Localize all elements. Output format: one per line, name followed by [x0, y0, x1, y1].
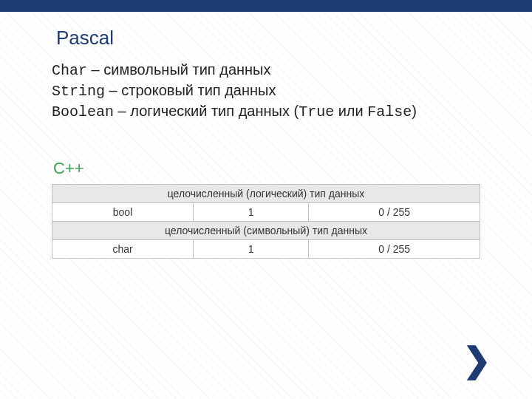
- type-desc: – символьный тип данных: [87, 61, 270, 78]
- section-title: целочисленный (символьный) тип данных: [52, 222, 480, 240]
- next-slide-icon[interactable]: ❯: [463, 343, 491, 377]
- bool-false: False: [367, 103, 412, 120]
- table-row: char 1 0 / 255: [52, 240, 480, 259]
- table-row: bool 1 0 / 255: [52, 203, 480, 222]
- pascal-heading: Pascal: [56, 27, 480, 50]
- table-section-row: целочисленный (символьный) тип данных: [52, 222, 480, 240]
- type-keyword: Char: [52, 62, 87, 79]
- type-desc: – строковый тип данных: [105, 82, 276, 98]
- pascal-type-list: Char – символьный тип данных String – ст…: [52, 60, 480, 122]
- top-accent-bar: [0, 0, 532, 12]
- pascal-line-boolean: Boolean – логический тип данных (True ил…: [52, 101, 480, 122]
- cell-type-size: 1: [194, 203, 309, 222]
- cell-type-range: 0 / 255: [309, 203, 480, 222]
- cell-type-size: 1: [194, 240, 309, 259]
- cell-type-name: bool: [52, 203, 194, 222]
- type-keyword: Boolean: [52, 103, 114, 120]
- cell-type-range: 0 / 255: [309, 240, 480, 259]
- cell-type-name: char: [52, 240, 194, 259]
- type-desc: – логический тип данных (: [114, 103, 299, 119]
- type-keyword: String: [52, 83, 105, 100]
- bool-true: True: [299, 103, 334, 120]
- slide-content: Pascal Char – символьный тип данных Stri…: [0, 12, 532, 259]
- cpp-types-table: целочисленный (логический) тип данных bo…: [52, 184, 480, 259]
- pascal-line-char: Char – символьный тип данных: [52, 60, 480, 81]
- bool-mid: или: [334, 103, 367, 119]
- section-title: целочисленный (логический) тип данных: [52, 185, 480, 203]
- bool-suffix: ): [412, 103, 417, 119]
- table-section-row: целочисленный (логический) тип данных: [52, 185, 480, 203]
- cpp-heading: C++: [53, 159, 480, 178]
- pascal-line-string: String – строковый тип данных: [52, 81, 480, 101]
